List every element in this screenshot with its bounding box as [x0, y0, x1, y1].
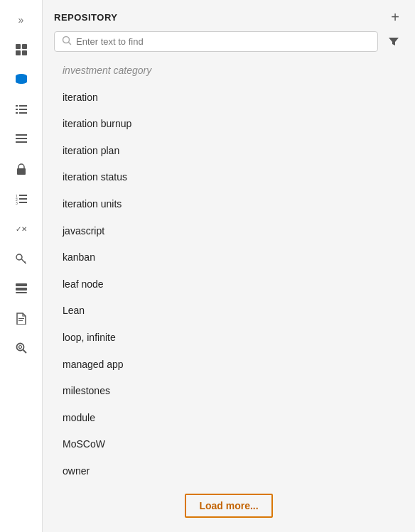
main-content: REPOSITORY + investment categoryiteratio…	[43, 0, 415, 532]
svg-rect-7	[16, 109, 18, 110]
svg-rect-9	[16, 112, 18, 114]
svg-text:✓✕: ✓✕	[16, 225, 27, 233]
list-item[interactable]: investment category	[43, 58, 415, 85]
repo-header: REPOSITORY +	[43, 0, 415, 31]
list-item[interactable]: managed app	[43, 352, 415, 379]
svg-point-22	[16, 254, 22, 260]
key-icon[interactable]	[7, 246, 36, 271]
svg-point-28	[16, 344, 23, 351]
list-item[interactable]: iteration	[43, 85, 415, 112]
search-input-wrapper	[54, 31, 378, 52]
filter-icon[interactable]	[384, 32, 404, 52]
list-item[interactable]: iteration burnup	[43, 111, 415, 138]
list-icon[interactable]	[7, 97, 36, 122]
search-bar	[43, 31, 415, 58]
svg-rect-12	[16, 138, 27, 139]
list-container: investment categoryiterationiteration bu…	[43, 58, 415, 532]
grid-icon[interactable]	[7, 37, 36, 63]
svg-rect-25	[16, 292, 27, 293]
search-icon	[62, 36, 72, 48]
document-icon[interactable]	[7, 305, 36, 331]
lock-icon[interactable]	[7, 156, 36, 182]
svg-rect-1	[22, 44, 27, 49]
collapse-icon[interactable]: »	[7, 7, 36, 33]
ordered-list-icon[interactable]: 1 2 3	[7, 186, 36, 212]
card-list-icon[interactable]	[7, 276, 36, 301]
svg-point-29	[18, 346, 21, 349]
svg-rect-0	[16, 44, 21, 49]
svg-rect-6	[19, 105, 27, 107]
svg-rect-18	[19, 198, 27, 200]
svg-rect-2	[16, 50, 21, 55]
list-item[interactable]: loop, infinite	[43, 325, 415, 352]
search-icon[interactable]	[7, 335, 36, 361]
svg-rect-5	[16, 105, 18, 107]
svg-rect-23	[16, 283, 27, 286]
svg-rect-10	[19, 112, 27, 114]
list-item[interactable]: milestones	[43, 378, 415, 405]
svg-text:3: 3	[16, 201, 18, 205]
list2-icon[interactable]	[7, 126, 36, 152]
svg-rect-13	[16, 141, 27, 143]
svg-rect-11	[16, 134, 27, 136]
list-item[interactable]: leaf node	[43, 271, 415, 298]
svg-rect-26	[18, 318, 24, 319]
list-item[interactable]: iteration status	[43, 164, 415, 191]
svg-rect-16	[19, 195, 27, 196]
list-item[interactable]: owner	[43, 458, 415, 485]
list-item[interactable]: iteration plan	[43, 138, 415, 165]
svg-rect-20	[19, 202, 27, 203]
add-button[interactable]: +	[387, 9, 404, 26]
list-item[interactable]: module	[43, 405, 415, 432]
repo-title: REPOSITORY	[54, 12, 118, 23]
svg-rect-24	[16, 288, 27, 291]
svg-rect-8	[19, 109, 27, 110]
checkmark-icon[interactable]: ✓✕	[7, 216, 36, 241]
list-item[interactable]: iteration units	[43, 191, 415, 218]
search-input[interactable]	[76, 36, 370, 47]
sidebar-nav: »	[0, 0, 43, 532]
svg-rect-27	[18, 320, 23, 321]
database-icon[interactable]	[7, 67, 36, 92]
list-item[interactable]: Lean	[43, 298, 415, 325]
list-item[interactable]: kanban	[43, 244, 415, 271]
load-more-button[interactable]: Load more...	[185, 494, 272, 518]
list-item[interactable]: javascript	[43, 218, 415, 245]
list-item[interactable]: MoSCoW	[43, 431, 415, 458]
svg-rect-3	[22, 50, 27, 55]
svg-rect-14	[17, 168, 26, 175]
